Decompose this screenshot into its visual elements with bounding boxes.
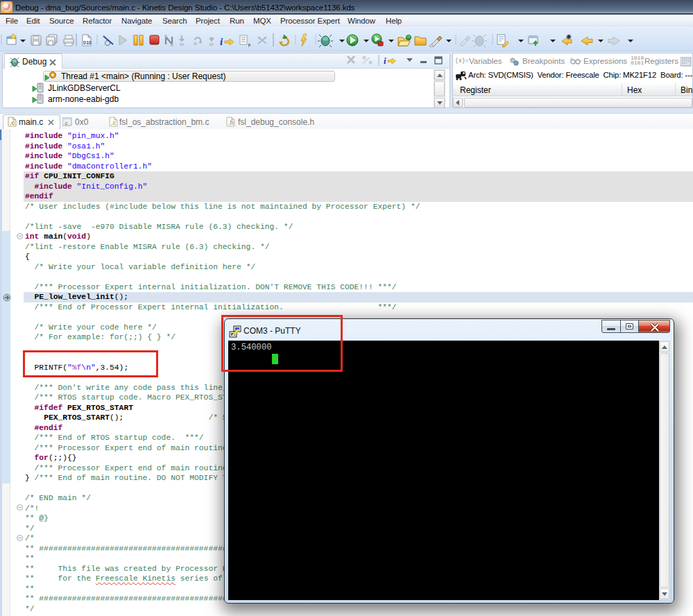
svg-text:i: i: [384, 55, 386, 66]
svg-text:c: c: [65, 120, 69, 126]
svg-text:i: i: [220, 36, 223, 47]
svg-text:.h: .h: [228, 119, 234, 126]
svg-text:010: 010: [83, 40, 92, 45]
svg-text:.c: .c: [10, 119, 15, 126]
svg-text:.c: .c: [111, 119, 117, 126]
